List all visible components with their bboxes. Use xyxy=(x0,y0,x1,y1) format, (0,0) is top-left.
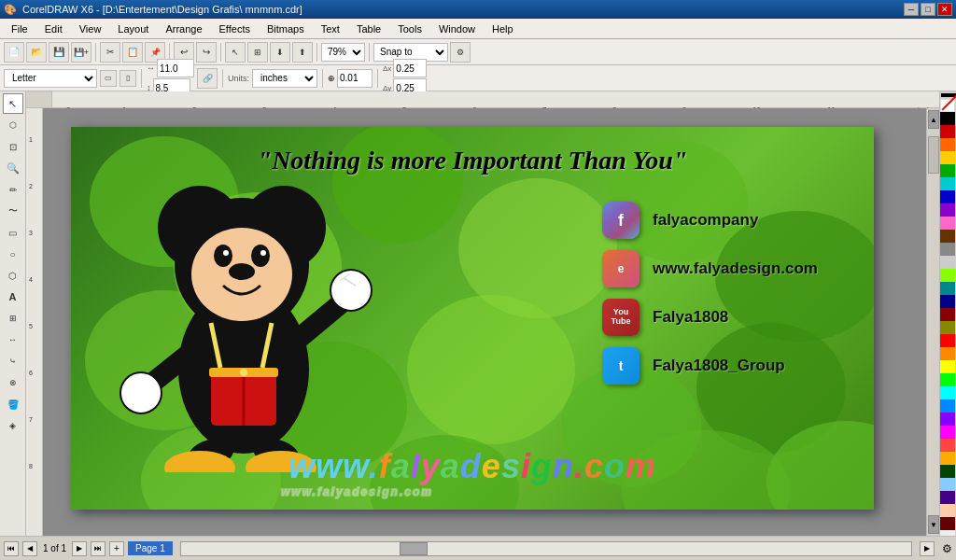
zoom-tool[interactable]: 🔍 xyxy=(3,158,23,178)
save-all-button[interactable]: 💾+ xyxy=(71,42,91,63)
color-peach[interactable] xyxy=(940,504,955,517)
portrait-button[interactable]: ▭ xyxy=(100,70,117,87)
menu-window[interactable]: Window xyxy=(431,21,483,36)
last-page-button[interactable]: ⏭ xyxy=(91,541,105,556)
open-button[interactable]: 📂 xyxy=(26,42,47,63)
color-black[interactable] xyxy=(940,112,955,125)
menu-effects[interactable]: Effects xyxy=(212,21,258,36)
blend-tool[interactable]: ⊗ xyxy=(3,372,23,393)
width-input[interactable] xyxy=(157,59,194,77)
horizontal-scrollbar[interactable] xyxy=(180,541,912,556)
save-button[interactable]: 💾 xyxy=(49,42,69,63)
units-select[interactable]: inches xyxy=(252,69,317,88)
transform-tool[interactable]: ⊞ xyxy=(247,42,268,63)
menu-file[interactable]: File xyxy=(4,21,35,36)
menu-tools[interactable]: Tools xyxy=(390,21,429,36)
color-dk-red[interactable] xyxy=(940,517,955,530)
snap-icon[interactable]: ⚙ xyxy=(942,542,952,555)
menu-table[interactable]: Table xyxy=(349,21,388,36)
menu-arrange[interactable]: Arrange xyxy=(158,21,209,36)
fill-tool[interactable]: 🪣 xyxy=(3,394,23,414)
color-gold[interactable] xyxy=(940,452,955,465)
scrollbar-vertical[interactable]: ▲ ▼ xyxy=(926,108,939,536)
color-violet[interactable] xyxy=(940,413,955,426)
color-purple[interactable] xyxy=(940,203,955,217)
color-navy[interactable] xyxy=(940,295,955,308)
menu-edit[interactable]: Edit xyxy=(37,21,70,36)
freehand-tool[interactable]: ✏ xyxy=(3,179,23,200)
color-orange[interactable] xyxy=(940,138,955,151)
menu-text[interactable]: Text xyxy=(314,21,347,36)
color-maroon[interactable] xyxy=(940,308,955,321)
new-button[interactable]: 📄 xyxy=(4,42,24,63)
lock-ratio-button[interactable]: 🔗 xyxy=(197,68,218,89)
title-bar-controls[interactable]: ─ □ ✕ xyxy=(904,3,952,16)
color-sky[interactable] xyxy=(940,478,955,491)
color-red2[interactable] xyxy=(940,334,955,347)
color-cyan[interactable] xyxy=(940,177,955,190)
color-indigo[interactable] xyxy=(940,491,955,504)
export-button[interactable]: ⬆ xyxy=(292,42,313,63)
color-brown[interactable] xyxy=(940,230,955,243)
rectangle-tool[interactable]: ▭ xyxy=(3,222,23,243)
scroll-up-button[interactable]: ▲ xyxy=(928,110,939,129)
pointer-tool[interactable]: ↖ xyxy=(225,42,246,63)
connector-tool[interactable]: ⤷ xyxy=(3,351,23,371)
table-tool[interactable]: ⊞ xyxy=(3,308,23,329)
dimension-tool[interactable]: ↔ xyxy=(3,329,23,350)
add-page-button[interactable]: + xyxy=(109,541,124,556)
next-page-button[interactable]: ▶ xyxy=(72,541,87,556)
color-orange2[interactable] xyxy=(940,347,955,360)
scroll-down-button[interactable]: ▼ xyxy=(928,515,939,534)
snap-settings-button[interactable]: ⚙ xyxy=(450,42,471,63)
menu-bitmaps[interactable]: Bitmaps xyxy=(260,21,312,36)
nudge-input[interactable] xyxy=(337,69,373,88)
scroll-right-button[interactable]: ▶ xyxy=(920,541,935,556)
page-size-select[interactable]: Letter xyxy=(4,69,97,88)
scroll-thumb-h[interactable] xyxy=(400,542,428,555)
import-button[interactable]: ⬇ xyxy=(270,42,290,63)
copy-button[interactable]: 📋 xyxy=(122,42,143,63)
crop-tool[interactable]: ⊡ xyxy=(3,136,23,157)
color-teal[interactable] xyxy=(940,282,955,295)
color-lime[interactable] xyxy=(940,269,955,282)
menu-view[interactable]: View xyxy=(72,21,109,36)
maximize-button[interactable]: □ xyxy=(921,3,935,16)
color-pink[interactable] xyxy=(940,217,955,230)
color-olive[interactable] xyxy=(940,321,955,334)
color-blue2[interactable] xyxy=(940,399,955,413)
close-button[interactable]: ✕ xyxy=(937,3,952,16)
page-label[interactable]: Page 1 xyxy=(128,541,173,555)
color-gray1[interactable] xyxy=(940,243,955,256)
text-tool[interactable]: A xyxy=(3,287,23,307)
cut-button[interactable]: ✂ xyxy=(100,42,120,63)
menu-layout[interactable]: Layout xyxy=(110,21,156,36)
color-coral[interactable] xyxy=(940,439,955,452)
menu-help[interactable]: Help xyxy=(485,21,521,36)
color-green2[interactable] xyxy=(940,373,955,386)
color-magenta[interactable] xyxy=(940,426,955,439)
minimize-button[interactable]: ─ xyxy=(904,3,919,16)
first-page-button[interactable]: ⏮ xyxy=(4,541,19,556)
interactive-fill[interactable]: ◈ xyxy=(3,415,23,436)
color-green1[interactable] xyxy=(940,164,955,177)
color-dk-green[interactable] xyxy=(940,465,955,478)
color-yellow2[interactable] xyxy=(940,360,955,373)
color-cyan2[interactable] xyxy=(940,386,955,399)
prev-page-button[interactable]: ◀ xyxy=(22,541,37,556)
polygon-tool[interactable]: ⬡ xyxy=(3,265,23,286)
select-tool[interactable]: ↖ xyxy=(3,93,23,114)
node-tool[interactable]: ⬡ xyxy=(3,115,23,135)
redo-button[interactable]: ↪ xyxy=(196,42,217,63)
color-blue[interactable] xyxy=(940,190,955,203)
smart-draw-tool[interactable]: 〜 xyxy=(3,201,23,221)
no-color-swatch[interactable] xyxy=(941,93,956,97)
color-yellow[interactable] xyxy=(940,151,955,164)
landscape-button[interactable]: ▯ xyxy=(120,70,136,87)
canvas-scroll[interactable]: "Nothing is more Important Than You" xyxy=(43,108,939,536)
zoom-select[interactable]: 79% xyxy=(321,43,365,62)
color-red1[interactable] xyxy=(940,125,955,138)
color-lt-gray[interactable] xyxy=(940,530,955,536)
scroll-thumb-v[interactable] xyxy=(928,136,939,174)
color-silver[interactable] xyxy=(940,256,955,269)
